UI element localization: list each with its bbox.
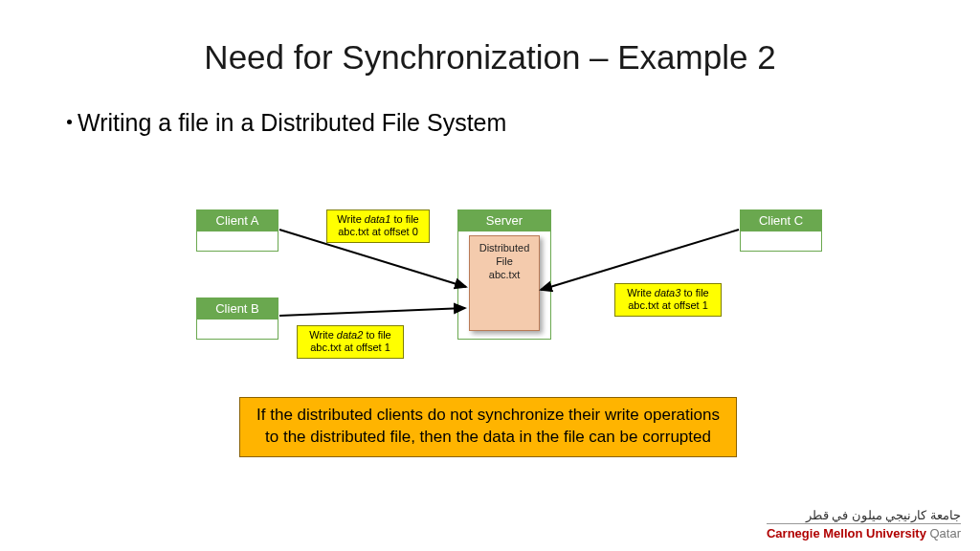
footer-logo: جامعة كارنيجي ميلون في قطر Carnegie Mell… (767, 509, 961, 540)
server-header: Server (458, 210, 550, 231)
slide-title: Need for Synchronization – Example 2 (0, 38, 980, 77)
file-line1: Distributed (479, 242, 530, 253)
client-b-header: Client B (197, 298, 278, 320)
client-a-box: Client A (196, 209, 278, 252)
arrow-client-c (541, 230, 739, 290)
footer-arabic: جامعة كارنيجي ميلون في قطر (767, 509, 961, 521)
client-a-header: Client A (197, 210, 278, 231)
note-data2: Write data2 to file abc.txt at offset 1 (297, 325, 404, 359)
client-c-header: Client C (741, 210, 821, 231)
bullet-dot (67, 120, 72, 124)
warning-callout: If the distributed clients do not synchr… (239, 397, 737, 457)
bullet-text: Writing a file in a Distributed File Sys… (78, 109, 506, 137)
client-c-box: Client C (740, 209, 822, 252)
footer-cmu: Carnegie Mellon University Qatar (767, 527, 961, 540)
client-b-body (197, 320, 278, 339)
arrow-client-b (279, 308, 465, 316)
distributed-file-box: Distributed File abc.txt (469, 235, 540, 331)
server-box: Server Distributed File abc.txt (457, 209, 551, 340)
note-data3: Write data3 to file abc.txt at offset 1 (614, 283, 722, 317)
client-b-box: Client B (196, 298, 278, 340)
file-line2: File (496, 255, 513, 267)
footer-rule (767, 523, 961, 524)
client-a-body (197, 231, 278, 251)
client-c-body (741, 231, 821, 251)
file-line3: abc.txt (489, 269, 520, 280)
bullet-line: Writing a file in a Distributed File Sys… (67, 109, 506, 137)
note-data1: Write data1 to file abc.txt at offset 0 (326, 209, 430, 243)
